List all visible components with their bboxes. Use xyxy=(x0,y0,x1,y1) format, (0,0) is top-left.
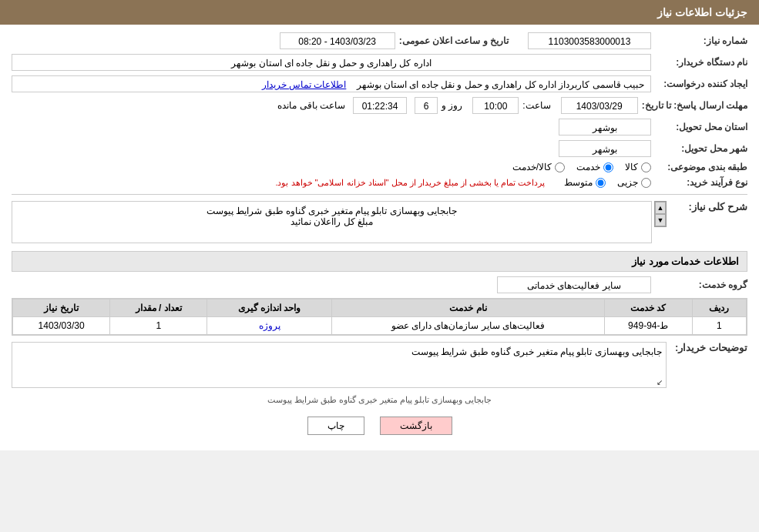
col-header-service-code: کد خدمت xyxy=(605,299,693,317)
city-value: بوشهر xyxy=(559,140,651,157)
services-section-title: اطلاعات خدمات مورد نیاز xyxy=(12,251,747,272)
reply-deadline-label: مهلت ارسال پاسخ: تا تاریخ: xyxy=(642,100,747,111)
contact-link[interactable]: اطلاعات تماس خریدار xyxy=(262,79,347,90)
category-option-kala[interactable]: کالا xyxy=(625,162,651,172)
col-header-row-num: ردیف xyxy=(692,299,746,317)
requester-org-value: اداره کل راهداری و حمل و نقل جاده ای است… xyxy=(12,54,651,71)
category-radio-group: کالا خدمت کالا/خدمت xyxy=(512,162,651,172)
reply-days-value: 6 xyxy=(415,97,438,114)
scroll-arrows[interactable]: ▲ ▼ xyxy=(654,201,667,227)
cell-service-name: فعالیت‌های سایر سازمان‌های دارای عضو xyxy=(331,317,604,335)
reference-number-label: شماره نیاز: xyxy=(655,35,747,46)
service-group-value: سایر فعالیت‌های خدماتی xyxy=(497,276,651,293)
purchase-type-label-jozi: جزیی xyxy=(617,177,638,188)
need-description-text1: جابجایی وبهسازی تابلو پیام متغیر خبری گن… xyxy=(18,206,645,216)
service-group-label: گروه خدمت: xyxy=(655,279,747,290)
page-title: جزئیات اطلاعات نیاز xyxy=(657,6,747,18)
divider-1 xyxy=(12,194,747,195)
remaining-time-label: ساعت باقی مانده xyxy=(277,100,345,111)
category-label-kala: کالا xyxy=(625,162,638,172)
watermark-area: جابجایی وبهسازی تابلو پیام متغیر خبری گن… xyxy=(12,395,747,405)
category-label: طبقه بندی موضوعی: xyxy=(655,162,747,172)
category-radio-kala-khedmat[interactable] xyxy=(555,162,565,172)
buyer-description-label: توضیحات خریدار: xyxy=(670,342,747,353)
scroll-down-arrow[interactable]: ▼ xyxy=(655,214,666,226)
cell-quantity: 1 xyxy=(110,317,207,335)
back-button[interactable]: بازگشت xyxy=(380,417,452,435)
button-row: بازگشت چاپ xyxy=(12,417,747,435)
need-description-box: جابجایی وبهسازی تابلو پیام متغیر خبری گن… xyxy=(12,201,652,243)
table-row: 1 ط-94-949 فعالیت‌های سایر سازمان‌های دا… xyxy=(13,317,747,335)
resize-handle-icon: ↙ xyxy=(657,378,663,386)
table-header-row: ردیف کد خدمت نام خدمت واحد اندازه گیری ت… xyxy=(13,299,747,317)
buyer-description-section: توضیحات خریدار: ↙ xyxy=(12,342,747,390)
purchase-type-radio-jozi[interactable] xyxy=(641,178,651,188)
city-label: شهر محل تحویل: xyxy=(655,143,747,154)
creator-label: ایجاد کننده درخواست: xyxy=(655,79,747,89)
buyer-desc-text-overlay: جابجایی وبهسازی تابلو پیام متغیر خبری گن… xyxy=(267,395,492,404)
col-header-quantity: تعداد / مقدار xyxy=(110,299,207,317)
requester-org-label: نام دستگاه خریدار: xyxy=(655,57,747,68)
purchase-type-radio-motavaset[interactable] xyxy=(596,178,606,188)
need-description-label: شرح کلی نیاز: xyxy=(670,201,747,212)
province-label: استان محل تحویل: xyxy=(655,122,747,132)
category-option-khedmat[interactable]: خدمت xyxy=(576,162,613,172)
services-table-container: ردیف کد خدمت نام خدمت واحد اندازه گیری ت… xyxy=(12,298,747,336)
category-label-khedmat: خدمت xyxy=(576,162,600,172)
purchase-type-radio-group: جزیی متوسط xyxy=(564,177,651,188)
need-description-text2: مبلغ کل رااعلان نمائید xyxy=(18,216,645,227)
cell-unit: پروژه xyxy=(207,317,332,335)
province-value: بوشهر xyxy=(559,119,651,136)
need-description-section: شرح کلی نیاز: ▲ ▼ جابجایی وبهسازی تابلو … xyxy=(12,201,747,243)
category-radio-kala[interactable] xyxy=(641,162,651,172)
category-radio-khedmat[interactable] xyxy=(603,162,613,172)
col-header-unit: واحد اندازه گیری xyxy=(207,299,332,317)
announcement-date-value: 1403/03/23 - 08:20 xyxy=(280,32,395,49)
purchase-type-jozi[interactable]: جزیی xyxy=(617,177,651,188)
cell-row-num: 1 xyxy=(692,317,746,335)
remaining-time-value: 01:22:34 xyxy=(353,97,407,114)
col-header-service-name: نام خدمت xyxy=(331,299,604,317)
buyer-description-textarea[interactable] xyxy=(12,342,667,388)
reply-date-value: 1403/03/29 xyxy=(561,97,638,114)
page-header: جزئیات اطلاعات نیاز xyxy=(0,0,759,25)
services-table: ردیف کد خدمت نام خدمت واحد اندازه گیری ت… xyxy=(12,299,747,335)
cell-service-code: ط-94-949 xyxy=(605,317,693,335)
cell-date: 1403/03/30 xyxy=(13,317,110,335)
purchase-type-label-motavaset: متوسط xyxy=(564,177,593,188)
announcement-date-label: تاریخ و ساعت اعلان عمومی: xyxy=(399,35,509,46)
reply-time-value: 10:00 xyxy=(472,97,519,114)
creator-value: حبیب قاسمی کاربرداز اداره کل راهداری و ح… xyxy=(12,75,651,92)
purchase-type-motavaset[interactable]: متوسط xyxy=(564,177,606,188)
reply-days-label: روز و xyxy=(442,100,462,111)
scroll-up-arrow[interactable]: ▲ xyxy=(655,202,666,214)
purchase-note: پرداخت تمام یا بخشی از مبلغ خریدار از مح… xyxy=(275,178,545,188)
reference-number-value: 1103003583000013 xyxy=(528,32,651,49)
col-header-date: تاریخ نیاز xyxy=(13,299,110,317)
reply-time-label: ساعت: xyxy=(522,100,550,111)
category-label-kala-khedmat: کالا/خدمت xyxy=(512,162,552,172)
purchase-type-label: نوع فرآیند خرید: xyxy=(655,177,747,188)
print-button[interactable]: چاپ xyxy=(307,417,364,435)
category-option-kala-khedmat[interactable]: کالا/خدمت xyxy=(512,162,565,172)
